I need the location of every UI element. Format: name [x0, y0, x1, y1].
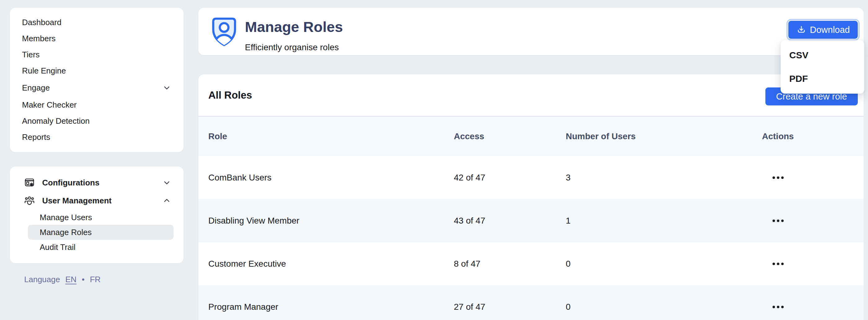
users-cell: 3	[566, 173, 762, 183]
row-actions-menu-button[interactable]	[762, 306, 864, 308]
sidebar-item-label: Maker Checker	[22, 100, 76, 110]
table-row: Disabling View Member 43 of 47 1	[198, 199, 864, 242]
users-cell: 1	[566, 216, 762, 226]
table-row: Customer Executive 8 of 47 0	[198, 242, 864, 285]
page-title: Manage Roles	[245, 18, 343, 35]
chevron-up-icon	[162, 196, 171, 205]
all-roles-section: All Roles Create a new role Role Access …	[198, 75, 864, 320]
sidebar-item-anomaly-detection[interactable]: Anomaly Detection	[10, 113, 184, 129]
users-cell: 0	[566, 259, 762, 269]
column-header-role: Role	[208, 132, 454, 141]
access-cell: 42 of 47	[454, 173, 566, 183]
sidebar-item-label: Manage Users	[40, 213, 92, 222]
table-row: Program Manager 27 of 47 0	[198, 285, 864, 320]
column-header-access: Access	[454, 132, 566, 141]
manage-roles-page: Dashboard Members Tiers Rule Engine Enga…	[0, 0, 868, 320]
download-button-label: Download	[810, 25, 850, 35]
language-option-fr[interactable]: FR	[90, 275, 101, 284]
primary-nav: Dashboard Members Tiers Rule Engine Enga…	[10, 8, 184, 152]
sidebar-item-label: Tiers	[22, 50, 40, 60]
chevron-down-icon	[162, 178, 171, 187]
page-header: Manage Roles Efficiently organise roles …	[198, 8, 864, 55]
sidebar-item-label: Reports	[22, 133, 50, 142]
sidebar-item-label: Engage	[22, 83, 50, 93]
sidebar-item-label: Audit Trail	[40, 242, 75, 252]
access-cell: 43 of 47	[454, 216, 566, 226]
sidebar-item-label: Dashboard	[22, 18, 61, 27]
chevron-down-icon	[162, 83, 171, 92]
roles-table-header: Role Access Number of Users Actions	[198, 116, 864, 156]
download-menu-item-csv[interactable]: CSV	[781, 43, 864, 67]
language-option-en[interactable]: EN	[65, 275, 76, 284]
access-cell: 27 of 47	[454, 302, 566, 312]
roles-table-body: ComBank Users 42 of 47 3 Disabling View …	[198, 156, 864, 320]
sidebar-item-label: Rule Engine	[22, 66, 66, 76]
column-header-actions: Actions	[762, 132, 864, 141]
sidebar-item-manage-users[interactable]: Manage Users	[10, 210, 184, 225]
people-group-icon	[24, 195, 35, 206]
role-cell: ComBank Users	[208, 173, 454, 183]
sidebar-item-tiers[interactable]: Tiers	[10, 47, 184, 63]
role-cell: Program Manager	[208, 302, 454, 312]
row-actions-menu-button[interactable]	[762, 263, 864, 265]
secondary-nav: Configurations User Management Manage Us…	[10, 167, 184, 263]
shield-user-icon	[209, 16, 239, 48]
sidebar-item-rule-engine[interactable]: Rule Engine	[10, 63, 184, 79]
page-subtitle: Efficiently organise roles	[245, 42, 339, 52]
download-menu: CSV PDF	[781, 40, 864, 94]
menu-item-label: CSV	[789, 50, 808, 60]
sidebar-item-user-management[interactable]: User Management	[10, 191, 184, 210]
sidebar-item-members[interactable]: Members	[10, 30, 184, 47]
role-cell: Disabling View Member	[208, 216, 454, 226]
language-label: Language	[24, 275, 60, 284]
sidebar-item-engage[interactable]: Engage	[10, 80, 184, 96]
section-title: All Roles	[208, 89, 252, 101]
sidebar-item-dashboard[interactable]: Dashboard	[10, 14, 184, 30]
sidebar-item-reports[interactable]: Reports	[10, 129, 184, 145]
sidebar-item-manage-roles[interactable]: Manage Roles	[28, 225, 174, 240]
sidebar-item-maker-checker[interactable]: Maker Checker	[10, 97, 184, 113]
sidebar-item-configurations[interactable]: Configurations	[10, 174, 184, 191]
download-icon	[796, 25, 806, 35]
sidebar-item-label: Configurations	[42, 178, 99, 187]
sidebar-item-audit-trail[interactable]: Audit Trail	[10, 240, 184, 255]
role-cell: Customer Executive	[208, 259, 454, 269]
download-menu-item-pdf[interactable]: PDF	[781, 67, 864, 91]
users-cell: 0	[566, 302, 762, 312]
sidebar-item-label: User Management	[42, 196, 112, 206]
access-cell: 8 of 47	[454, 259, 566, 269]
menu-item-label: PDF	[789, 74, 808, 84]
sidebar-item-label: Anomaly Detection	[22, 116, 90, 126]
settings-window-icon	[24, 177, 35, 188]
language-separator: •	[82, 275, 85, 284]
sidebar-item-label: Manage Roles	[40, 228, 92, 237]
language-switcher: Language EN • FR	[24, 275, 101, 284]
sidebar-item-label: Members	[22, 34, 56, 43]
row-actions-menu-button[interactable]	[762, 220, 864, 222]
column-header-number-of-users: Number of Users	[566, 132, 762, 141]
table-row: ComBank Users 42 of 47 3	[198, 156, 864, 199]
row-actions-menu-button[interactable]	[762, 176, 864, 179]
download-button[interactable]: Download	[788, 21, 858, 39]
